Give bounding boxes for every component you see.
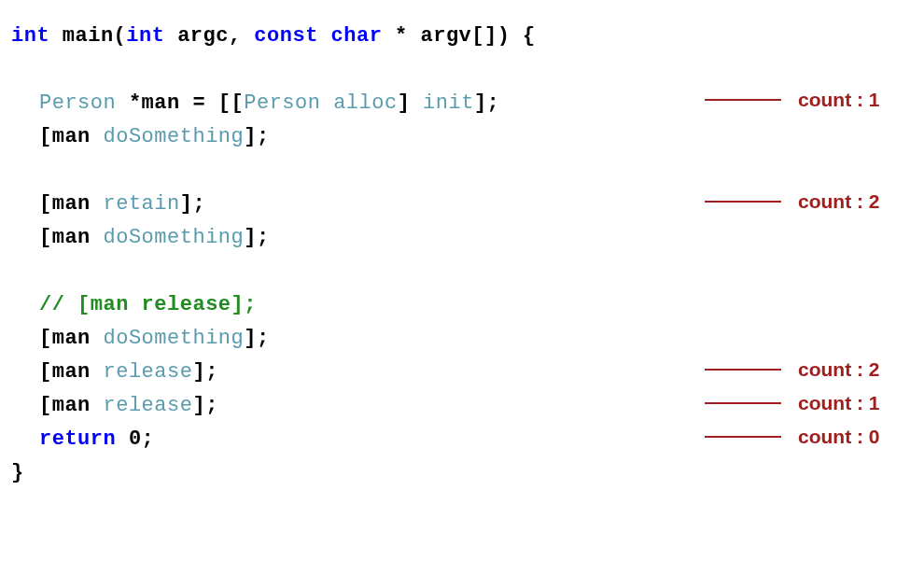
annotation-line-icon	[705, 201, 781, 203]
text	[320, 91, 333, 115]
text: [man	[39, 360, 104, 384]
code-line-14: }	[11, 455, 913, 489]
text: [man	[39, 394, 104, 417]
text: ];	[474, 91, 499, 115]
text	[318, 24, 331, 48]
text: 0;	[116, 427, 154, 451]
code-line-4: [man doSomething];	[11, 119, 913, 153]
code-line-7: [man doSomething];	[11, 220, 913, 254]
method-retain: retain	[104, 192, 180, 216]
annotation-5: count : 0	[705, 426, 880, 448]
keyword-const: const	[254, 24, 318, 48]
annotation-label: count : 0	[798, 426, 880, 448]
code-line-10: [man doSomething];	[11, 321, 913, 355]
annotation-3: count : 2	[705, 358, 880, 381]
annotation-label: count : 1	[798, 89, 880, 111]
text: [man	[39, 125, 104, 148]
text: argc,	[164, 24, 254, 48]
text: main(	[49, 24, 126, 48]
annotation-line-icon	[705, 369, 781, 371]
code-line-blank	[11, 254, 913, 287]
keyword-int: int	[11, 24, 49, 48]
annotation-line-icon	[705, 436, 781, 438]
method-release: release	[104, 394, 193, 417]
text: ];	[192, 394, 217, 417]
method-dosomething: doSomething	[104, 125, 245, 148]
code-line-blank	[11, 153, 913, 187]
text: ]	[398, 91, 423, 115]
code-line-1: int main(int argc, const char * argv[]) …	[11, 19, 913, 52]
text: [man	[39, 327, 104, 350]
annotation-label: count : 2	[798, 190, 880, 213]
text: }	[11, 461, 24, 484]
text: ];	[244, 226, 269, 249]
annotation-label: count : 2	[798, 358, 880, 381]
text: [man	[39, 192, 104, 216]
annotation-label: count : 1	[798, 392, 880, 414]
annotation-4: count : 1	[705, 392, 880, 414]
method-dosomething: doSomething	[104, 327, 245, 350]
method-release: release	[104, 360, 193, 384]
type-person: Person	[244, 91, 320, 115]
text: ];	[244, 125, 269, 148]
keyword-return: return	[39, 427, 116, 451]
method-init: init	[423, 91, 474, 115]
text: ];	[192, 360, 217, 384]
text: ];	[244, 327, 269, 350]
annotation-2: count : 2	[705, 190, 880, 213]
code-line-9: // [man release];	[11, 287, 913, 321]
keyword-int: int	[126, 24, 164, 48]
type-person: Person	[39, 91, 116, 115]
comment: // [man release];	[39, 293, 257, 316]
text: [man	[39, 226, 104, 249]
method-alloc: alloc	[333, 91, 398, 115]
text: * argv[]) {	[382, 24, 535, 48]
keyword-char: char	[331, 24, 383, 48]
text: ];	[180, 192, 205, 216]
annotation-line-icon	[705, 402, 781, 404]
method-dosomething: doSomething	[104, 226, 245, 249]
annotation-1: count : 1	[705, 89, 880, 111]
code-line-blank	[11, 52, 913, 86]
text: *man = [[	[116, 91, 244, 115]
annotation-line-icon	[705, 99, 781, 101]
